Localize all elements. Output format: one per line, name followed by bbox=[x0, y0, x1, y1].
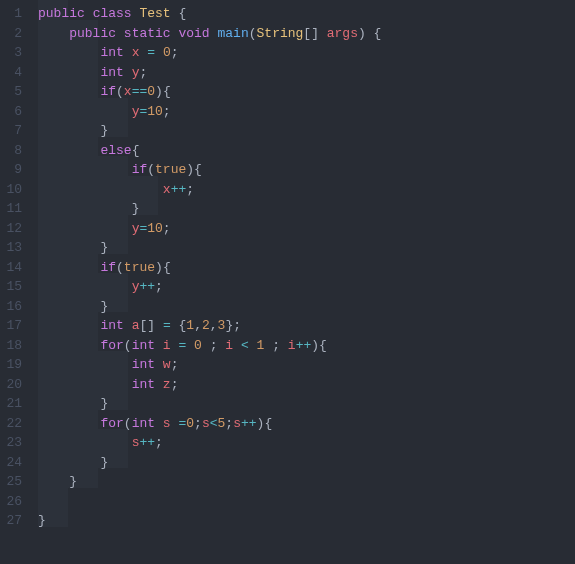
line-number: 17 bbox=[4, 316, 22, 336]
code-line[interactable]: else{ bbox=[30, 141, 575, 161]
line-number-gutter: 1 2 3 4 5 6 7 8 9 10 11 12 13 14 15 16 1… bbox=[0, 0, 30, 564]
code-line[interactable]: if(true){ bbox=[30, 258, 575, 278]
code-line[interactable]: if(true){ bbox=[30, 160, 575, 180]
line-number: 27 bbox=[4, 511, 22, 531]
line-number: 21 bbox=[4, 394, 22, 414]
code-line[interactable]: s++; bbox=[30, 433, 575, 453]
line-number: 23 bbox=[4, 433, 22, 453]
code-line[interactable]: public static void main(String[] args) { bbox=[30, 24, 575, 44]
line-number: 1 bbox=[4, 4, 22, 24]
code-line[interactable]: } bbox=[30, 297, 575, 317]
line-number: 15 bbox=[4, 277, 22, 297]
line-number: 4 bbox=[4, 63, 22, 83]
code-line[interactable]: y=10; bbox=[30, 102, 575, 122]
code-line[interactable]: int a[] = {1,2,3}; bbox=[30, 316, 575, 336]
line-number: 18 bbox=[4, 336, 22, 356]
line-number: 19 bbox=[4, 355, 22, 375]
line-number: 3 bbox=[4, 43, 22, 63]
code-line[interactable]: for(int i = 0 ; i < 1 ; i++){ bbox=[30, 336, 575, 356]
code-line[interactable]: } bbox=[30, 511, 575, 531]
code-line[interactable]: x++; bbox=[30, 180, 575, 200]
code-line[interactable]: int y; bbox=[30, 63, 575, 83]
line-number: 24 bbox=[4, 453, 22, 473]
line-number: 11 bbox=[4, 199, 22, 219]
line-number: 13 bbox=[4, 238, 22, 258]
code-line[interactable]: if(x==0){ bbox=[30, 82, 575, 102]
line-number: 5 bbox=[4, 82, 22, 102]
code-line[interactable]: } bbox=[30, 453, 575, 473]
line-number: 6 bbox=[4, 102, 22, 122]
line-number: 25 bbox=[4, 472, 22, 492]
code-line[interactable]: int w; bbox=[30, 355, 575, 375]
line-number: 22 bbox=[4, 414, 22, 434]
line-number: 16 bbox=[4, 297, 22, 317]
code-line[interactable]: public class Test { bbox=[30, 4, 575, 24]
line-number: 8 bbox=[4, 141, 22, 161]
line-number: 12 bbox=[4, 219, 22, 239]
line-number: 20 bbox=[4, 375, 22, 395]
code-line[interactable]: y++; bbox=[30, 277, 575, 297]
code-line[interactable]: int x = 0; bbox=[30, 43, 575, 63]
line-number: 9 bbox=[4, 160, 22, 180]
code-area[interactable]: public class Test { public static void m… bbox=[30, 0, 575, 564]
line-number: 7 bbox=[4, 121, 22, 141]
line-number: 10 bbox=[4, 180, 22, 200]
line-number: 14 bbox=[4, 258, 22, 278]
code-line[interactable]: } bbox=[30, 199, 575, 219]
code-line[interactable]: } bbox=[30, 121, 575, 141]
code-line[interactable]: } bbox=[30, 238, 575, 258]
code-line[interactable] bbox=[30, 492, 575, 512]
code-line[interactable]: y=10; bbox=[30, 219, 575, 239]
code-editor[interactable]: 1 2 3 4 5 6 7 8 9 10 11 12 13 14 15 16 1… bbox=[0, 0, 575, 564]
code-line[interactable]: int z; bbox=[30, 375, 575, 395]
code-line[interactable]: } bbox=[30, 472, 575, 492]
line-number: 26 bbox=[4, 492, 22, 512]
code-line[interactable]: } bbox=[30, 394, 575, 414]
code-line[interactable]: for(int s =0;s<5;s++){ bbox=[30, 414, 575, 434]
line-number: 2 bbox=[4, 24, 22, 44]
